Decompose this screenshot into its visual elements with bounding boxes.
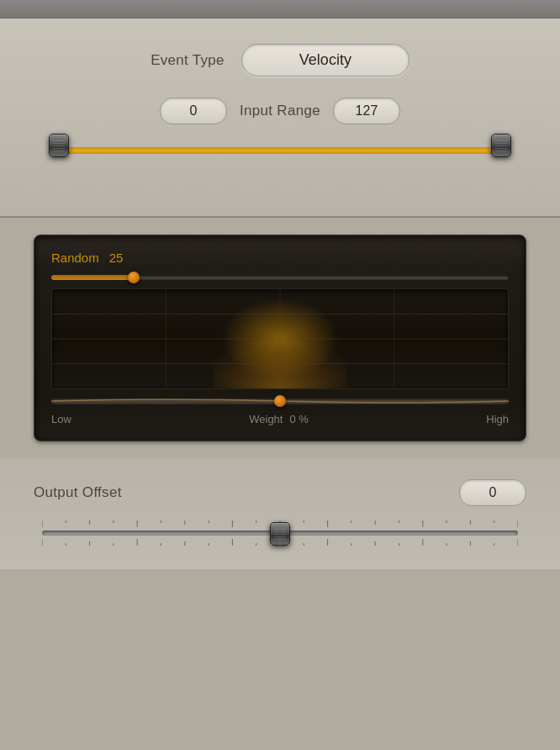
output-offset-row: Output Offset 0 <box>34 479 526 506</box>
tick-ruler-below: // Rendered via inline generation below <box>59 181 501 191</box>
event-type-label: Event Type <box>151 52 225 69</box>
weight-slider-track[interactable] <box>51 398 509 404</box>
low-label: Low <box>51 413 71 425</box>
top-bar <box>0 0 560 18</box>
random-slider-fill <box>51 275 134 280</box>
top-section: Event Type Velocity 0 Input Range 127 //… <box>0 18 560 218</box>
output-slider-wrapper <box>42 519 518 544</box>
output-ruler-bottom <box>42 534 518 544</box>
track-ruler <box>59 139 501 147</box>
high-label: High <box>486 413 509 425</box>
weight-label: Weight <box>249 413 283 425</box>
visualization-area <box>51 288 509 389</box>
range-slider-thumb-right[interactable] <box>491 134 511 157</box>
tick-svg: // Rendered via inline generation below <box>59 182 501 193</box>
range-slider-container: // Will be generated in the population s… <box>42 137 518 179</box>
random-row: Random 25 <box>51 251 509 265</box>
event-type-row: Event Type Velocity <box>34 44 526 77</box>
bottom-section: Output Offset 0 <box>0 458 560 569</box>
input-range-label: Input Range <box>240 103 320 119</box>
weight-center: Weight 0 % <box>249 413 309 425</box>
random-slider-thumb[interactable] <box>128 272 140 283</box>
random-value: 25 <box>109 251 124 265</box>
low-high-row: Low Weight 0 % High <box>51 413 509 425</box>
input-range-max[interactable]: 127 <box>333 98 400 124</box>
random-label: Random <box>51 251 99 265</box>
dark-section-wrapper: Random 25 <box>0 218 560 458</box>
range-slider-thumb-left[interactable] <box>49 134 69 157</box>
random-slider-track[interactable] <box>51 275 509 280</box>
weight-value: 0 % <box>289 413 308 425</box>
input-range-row: 0 Input Range 127 <box>34 98 526 124</box>
event-type-display[interactable]: Velocity <box>241 44 409 77</box>
range-slider-fill <box>59 147 501 154</box>
viz-grid <box>52 289 508 388</box>
input-range-min[interactable]: 0 <box>160 98 227 124</box>
output-offset-label: Output Offset <box>34 484 122 501</box>
range-slider-track[interactable] <box>59 147 501 154</box>
output-offset-value[interactable]: 0 <box>459 479 526 506</box>
dark-section: Random 25 <box>34 235 526 441</box>
weight-slider-thumb[interactable] <box>274 395 286 407</box>
output-ruler-svg-bottom <box>42 536 518 546</box>
